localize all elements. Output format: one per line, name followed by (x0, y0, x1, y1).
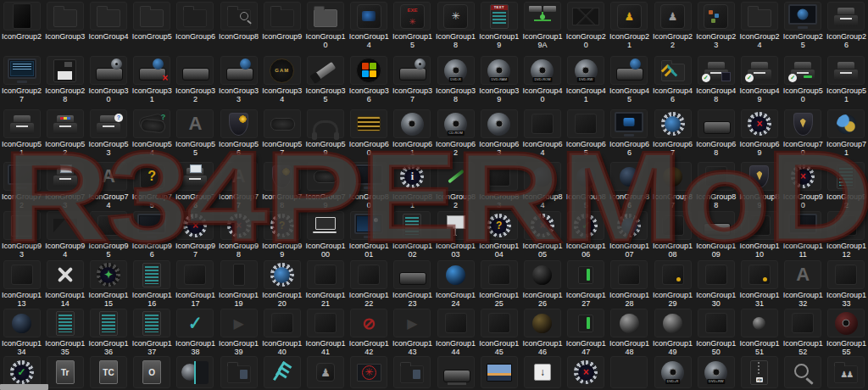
icon-cell[interactable]: Tr (43, 354, 86, 390)
icon-cell-icongroup19[interactable]: TEXTIconGroup1 9 (477, 0, 520, 54)
icon-cell[interactable] (260, 354, 303, 390)
icon-cell-icongroup97[interactable]: ×IconGroup9 7 (174, 209, 217, 259)
icon-cell-icongroup117[interactable]: IconGroup1 17 (174, 259, 217, 308)
icon-cell-icongroup96[interactable]: IconGroup9 6 (131, 209, 174, 259)
icon-cell-icongroup18[interactable]: ✳IconGroup1 8 (434, 0, 477, 54)
icon-cell-icongroup61[interactable]: IconGroup6 1 (391, 108, 434, 160)
icon-cell-icongroup65[interactable]: IconGroup6 5 (565, 108, 608, 160)
icon-cell[interactable] (174, 354, 217, 390)
icon-cell-icongroup141[interactable]: IconGroup1 41 (303, 307, 347, 356)
icon-cell-icongroup94[interactable]: IconGroup9 4 (43, 209, 86, 259)
icon-cell-icongroup124[interactable]: IconGroup1 24 (434, 259, 477, 308)
icon-cell-icongroup93[interactable]: IconGroup9 3 (0, 209, 43, 259)
icon-cell-icongroup98[interactable]: ×IconGroup9 8 (217, 209, 260, 259)
icon-cell-icongroup21[interactable]: ♟IconGroup2 1 (608, 0, 651, 54)
icon-cell-icongroup80[interactable]: IconGroup8 0 (348, 160, 391, 209)
icon-cell-icongroup20[interactable]: IconGroup2 0 (565, 0, 608, 54)
icon-cell-icongroup107[interactable]: IconGroup1 07 (608, 209, 651, 259)
icon-cell-icongroup128[interactable]: IconGroup1 28 (608, 259, 651, 308)
icon-cell-icongroup64[interactable]: IconGroup6 4 (520, 108, 564, 160)
icon-cell-icongroup113[interactable]: IconGroup1 13 (0, 259, 43, 308)
icon-cell-icongroup130[interactable]: IconGroup1 30 (694, 259, 737, 308)
icon-cell-icongroup59[interactable]: IconGroup5 9 (303, 108, 347, 160)
icon-cell-icongroup51[interactable]: IconGroup5 1 (0, 108, 43, 160)
icon-cell-icongroup138[interactable]: ✓IconGroup1 38 (174, 307, 217, 356)
icon-cell-icongroup131[interactable]: IconGroup1 31 (737, 259, 781, 308)
icon-cell-icongroup19a[interactable]: IconGroup1 9A (520, 0, 564, 54)
icon-cell-icongroup56[interactable]: IconGroup5 6 (217, 108, 260, 160)
icon-cell-icongroup87[interactable]: IconGroup8 7 (651, 160, 694, 209)
icon-cell-icongroup5[interactable]: IconGroup5 (131, 0, 174, 54)
icon-cell-icongroup142[interactable]: ⊘IconGroup1 42 (348, 307, 391, 356)
icon-cell-icongroup38[interactable]: DVD-RIconGroup3 8 (434, 54, 477, 108)
icon-cell[interactable] (608, 354, 651, 390)
icon-cell[interactable]: zip (737, 354, 781, 390)
icon-cell-icongroup119[interactable]: IconGroup1 19 (217, 259, 260, 308)
icon-cell-icongroup37[interactable]: IconGroup3 7 (391, 54, 434, 108)
icon-cell-icongroup24[interactable]: IconGroup2 4 (737, 0, 781, 54)
icon-cell-icongroup151[interactable]: IconGroup1 51 (737, 307, 781, 356)
icon-cell-icongroup48[interactable]: ✓IconGroup4 8 (694, 54, 737, 108)
icon-cell-icongroup115[interactable]: ✦IconGroup1 15 (86, 259, 130, 308)
icon-cell[interactable] (391, 354, 434, 390)
icon-cell-icongroup50[interactable]: ✓IconGroup5 0 (782, 54, 825, 108)
icon-cell-icongroup125[interactable]: IconGroup1 25 (477, 259, 520, 308)
icon-cell-icongroup32[interactable]: IconGroup3 2 (174, 54, 217, 108)
icon-cell-icongroup149[interactable]: IconGroup1 49 (651, 307, 694, 356)
icon-cell-icongroup99[interactable]: ?IconGroup9 9 (260, 209, 303, 259)
icon-cell-icongroup145[interactable]: IconGroup1 45 (477, 307, 520, 356)
icon-cell-icongroup8[interactable]: IconGroup8 (217, 0, 260, 54)
icon-cell-icongroup62[interactable]: CD-ROMIconGroup6 2 (434, 108, 477, 160)
icon-cell-icongroup103[interactable]: IconGroup1 03 (434, 209, 477, 259)
icon-cell-icongroup41[interactable]: DVD-RWIconGroup4 1 (565, 54, 608, 108)
icon-cell-icongroup82[interactable]: IconGroup8 2 (434, 160, 477, 209)
icon-cell[interactable] (782, 354, 825, 390)
icon-cell-icongroup36[interactable]: IconGroup3 6 (348, 54, 391, 108)
icon-cell-icongroup137[interactable]: IconGroup1 37 (131, 307, 174, 356)
icon-cell-icongroup63[interactable]: IconGroup6 3 (477, 108, 520, 160)
icon-cell-icongroup45[interactable]: IconGroup4 5 (608, 54, 651, 108)
icon-cell-icongroup77[interactable]: AIconGroup7 7 (217, 160, 260, 209)
icon-cell-icongroup148[interactable]: IconGroup1 48 (608, 307, 651, 356)
icon-cell-icongroup78[interactable]: IconGroup7 8 (260, 160, 303, 209)
icon-cell-icongroup53[interactable]: ?IconGroup5 3 (86, 108, 130, 160)
icon-cell-icongroup22[interactable]: ♟IconGroup2 2 (651, 0, 694, 54)
icon-cell-icongroup83[interactable]: IconGroup8 3 (477, 160, 520, 209)
icon-cell-icongroup105[interactable]: ×IconGroup1 05 (520, 209, 564, 259)
icon-cell-icongroup73[interactable]: IconGroup7 3 (43, 160, 86, 209)
icon-cell-icongroup90[interactable]: ×IconGroup9 0 (782, 160, 825, 209)
icon-cell-icongroup129[interactable]: IconGroup1 29 (651, 259, 694, 308)
icon-cell-icongroup121[interactable]: IconGroup1 21 (303, 259, 347, 308)
icon-cell-icongroup26[interactable]: IconGroup2 6 (825, 0, 868, 54)
icon-cell-icongroup15[interactable]: EXE✳IconGroup1 5 (391, 0, 434, 54)
icon-cell-icongroup102[interactable]: IconGroup1 02 (391, 209, 434, 259)
icon-cell-icongroup81[interactable]: iIconGroup8 1 (391, 160, 434, 209)
icon-cell-icongroup57[interactable]: IconGroup5 7 (260, 108, 303, 160)
icon-cell-icongroup23[interactable]: IconGroup2 3 (694, 0, 737, 54)
icon-cell-icongroup143[interactable]: ▶IconGroup1 43 (391, 307, 434, 356)
icon-cell-icongroup76[interactable]: IconGroup7 6 (174, 160, 217, 209)
icon-cell-icongroup84[interactable]: IconGroup8 4 (520, 160, 564, 209)
icon-cell-icongroup150[interactable]: IconGroup1 50 (694, 307, 737, 356)
icon-cell-icongroup120[interactable]: IconGroup1 20 (260, 259, 303, 308)
icon-cell-icongroup46[interactable]: IconGroup4 6 (651, 54, 694, 108)
icon-cell-icongroup35[interactable]: IconGroup3 5 (303, 54, 347, 108)
icon-cell-icongroup133[interactable]: IconGroup1 33 (825, 259, 868, 308)
icon-cell[interactable]: ♟♟ (825, 354, 868, 390)
icon-cell-icongroup127[interactable]: IconGroup1 27 (565, 259, 608, 308)
icon-cell-icongroup112[interactable]: IconGroup1 12 (825, 209, 868, 259)
icon-cell-icongroup10[interactable]: IconGroup1 0 (303, 0, 347, 54)
icon-cell-icongroup136[interactable]: IconGroup1 36 (86, 307, 130, 356)
icon-cell-icongroup88[interactable]: IconGroup8 8 (694, 160, 737, 209)
icon-cell-icongroup108[interactable]: IconGroup1 08 (651, 209, 694, 259)
icon-cell-icongroup72[interactable]: IconGroup7 2 (0, 160, 43, 209)
icon-cell-icongroup144[interactable]: IconGroup1 44 (434, 307, 477, 356)
icon-cell-icongroup92[interactable]: IconGroup9 2 (825, 160, 868, 209)
icon-cell-icongroup70[interactable]: IconGroup7 0 (782, 108, 825, 160)
icon-cell-icongroup109[interactable]: IconGroup1 09 (694, 209, 737, 259)
icon-cell-icongroup40[interactable]: DVD-ROMIconGroup4 0 (520, 54, 564, 108)
icon-cell[interactable] (217, 354, 260, 390)
icon-cell[interactable]: O (131, 354, 174, 390)
icon-cell-icongroup146[interactable]: IconGroup1 46 (520, 307, 564, 356)
icon-cell-icongroup132[interactable]: AIconGroup1 32 (782, 259, 825, 308)
